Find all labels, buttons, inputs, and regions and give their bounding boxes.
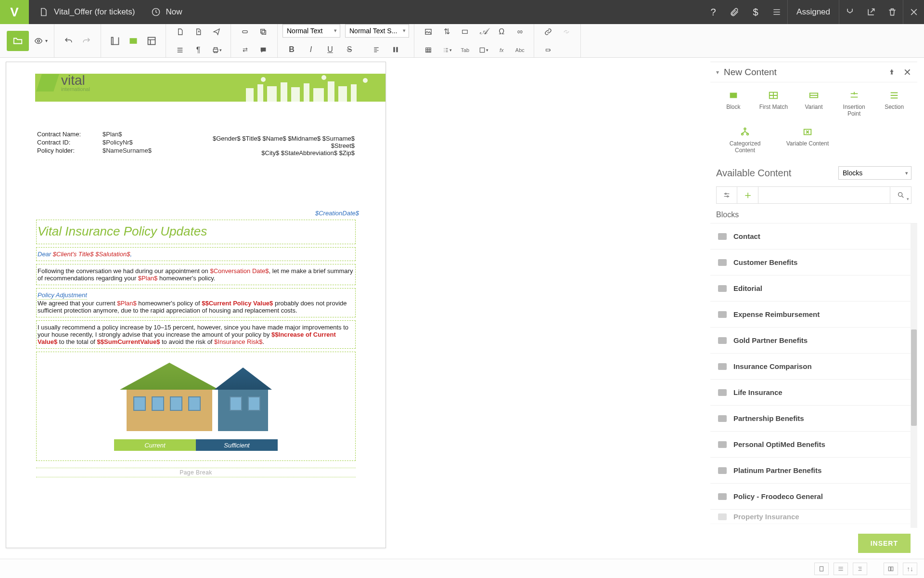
block-item[interactable]: Expense Reimbursement xyxy=(710,302,911,328)
attachment-button[interactable] xyxy=(724,0,745,24)
block-label: Partnership Benefits xyxy=(733,414,804,422)
adjustment-block[interactable]: Policy Adjustment We agreed that your cu… xyxy=(36,288,356,317)
send-button[interactable] xyxy=(207,24,226,40)
formula-button[interactable]: fx xyxy=(492,42,511,58)
cost-button[interactable]: $ xyxy=(745,0,766,24)
search-input[interactable] xyxy=(758,186,890,204)
indent-button[interactable]: ▾ xyxy=(474,42,492,58)
italic-button[interactable]: I xyxy=(302,41,320,58)
tab-button[interactable]: Tab xyxy=(456,42,474,58)
list-button[interactable]: ▾ xyxy=(437,42,456,58)
intro-block[interactable]: Following the conversation we had during… xyxy=(36,264,356,285)
title-block[interactable]: Vital Insurance Policy Updates xyxy=(36,220,356,244)
barcode-button[interactable] xyxy=(456,24,474,40)
block-item[interactable]: Gold Partner Benefits xyxy=(710,328,911,354)
recommendation-block[interactable]: I usually recommend a policy increase by… xyxy=(36,320,356,349)
export-button[interactable] xyxy=(189,24,207,40)
svg-rect-23 xyxy=(328,81,334,102)
gamepad-button[interactable] xyxy=(236,24,254,40)
translate-button[interactable]: ⇄ xyxy=(236,42,254,58)
scrollbar-track[interactable] xyxy=(911,223,917,528)
ruler-button[interactable] xyxy=(106,33,124,49)
svg-rect-8 xyxy=(262,30,266,34)
type-insertion-point[interactable]: Insertion Point xyxy=(835,88,873,119)
view-list-button[interactable] xyxy=(834,563,848,575)
view-split-button[interactable] xyxy=(884,563,898,575)
view-outline-button[interactable] xyxy=(853,563,867,575)
close-button[interactable] xyxy=(903,0,924,24)
redo-button[interactable] xyxy=(77,33,96,49)
open-external-button[interactable] xyxy=(860,0,882,24)
type-variable[interactable]: Variable Content xyxy=(783,125,832,156)
underline-button[interactable]: U xyxy=(321,41,339,58)
align-button[interactable] xyxy=(367,41,385,58)
block-item[interactable]: Personal OptiMed Benefits xyxy=(710,432,911,458)
close-panel-button[interactable]: ✕ xyxy=(903,66,911,78)
link-button[interactable] xyxy=(539,24,557,40)
bold-button[interactable]: B xyxy=(282,41,301,58)
pilcrow-button[interactable]: ¶ xyxy=(189,42,207,58)
save-button[interactable] xyxy=(7,31,29,51)
strike-button[interactable]: S xyxy=(340,41,359,58)
type-variant[interactable]: Variant xyxy=(795,88,833,119)
block-item[interactable]: Customer Benefits xyxy=(710,250,911,276)
available-content-title: Available Content xyxy=(716,168,791,179)
now-indicator[interactable]: Now xyxy=(151,7,182,17)
type-block[interactable]: Block xyxy=(714,88,753,119)
block-icon xyxy=(718,415,727,422)
block-item[interactable]: Policy - Froodeco General xyxy=(710,484,911,510)
assigned-status[interactable]: Assigned xyxy=(787,0,839,24)
type-first-match[interactable]: First Match xyxy=(755,88,793,119)
filter-button[interactable] xyxy=(716,186,737,204)
type-section[interactable]: Section xyxy=(875,88,913,119)
image-button[interactable] xyxy=(419,24,437,40)
svg-point-26 xyxy=(261,77,266,82)
workflow-button[interactable] xyxy=(839,0,860,24)
type-categorized[interactable]: Categorized Content xyxy=(721,125,769,156)
add-content-button[interactable]: ＋ xyxy=(737,186,758,204)
block-item[interactable]: Platinum Partner Benefits xyxy=(710,458,911,484)
help-button[interactable]: ? xyxy=(703,0,724,24)
symbol-button[interactable]: Ω xyxy=(492,24,511,40)
table-button[interactable] xyxy=(419,42,437,58)
unlink-button[interactable] xyxy=(557,24,576,40)
preview-button[interactable]: ▾ xyxy=(31,33,49,49)
columns-button[interactable] xyxy=(386,41,405,58)
menu-button[interactable] xyxy=(766,0,787,24)
undo-button[interactable] xyxy=(59,33,77,49)
view-sort-button[interactable]: ↑↓ xyxy=(903,563,917,575)
layout-button[interactable] xyxy=(142,33,161,49)
insert-button[interactable]: INSERT xyxy=(858,534,911,553)
stack-button[interactable] xyxy=(171,42,189,58)
print-button[interactable]: ▾ xyxy=(207,42,226,58)
copy-button[interactable] xyxy=(254,24,272,40)
pin-icon[interactable] xyxy=(888,68,896,76)
more-button[interactable]: ∞ xyxy=(511,24,529,40)
block-item[interactable]: Partnership Benefits xyxy=(710,406,911,432)
paragraph-style-select[interactable]: Normal Text xyxy=(282,24,340,38)
view-page-button[interactable] xyxy=(814,563,829,575)
image-block[interactable]: Current Sufficient xyxy=(36,352,356,461)
battery-button[interactable] xyxy=(539,42,557,58)
highlight-button[interactable] xyxy=(124,33,142,49)
salutation-block[interactable]: Dear $Client's Title$ $Salutation$, xyxy=(36,247,356,261)
signature-button[interactable]: 𝒜 xyxy=(474,24,492,40)
block-item[interactable]: Insurance Comparison xyxy=(710,354,911,380)
chart-button[interactable]: ⇅ xyxy=(437,24,456,40)
new-page-button[interactable] xyxy=(171,24,189,40)
comment-button[interactable] xyxy=(254,42,272,58)
app-logo[interactable]: V xyxy=(0,0,29,24)
document-page[interactable]: vital international Contract Name:$Plan$… xyxy=(6,62,386,548)
block-item[interactable]: Property Insurance xyxy=(710,510,911,524)
blocks-list: ContactCustomer BenefitsEditorialExpense… xyxy=(710,223,911,528)
scrollbar-thumb[interactable] xyxy=(911,329,917,426)
block-item[interactable]: Contact xyxy=(710,223,911,250)
search-button[interactable] xyxy=(890,186,911,204)
character-style-select[interactable]: Normal Text S... xyxy=(345,24,409,38)
block-item[interactable]: Life Insurance xyxy=(710,380,911,406)
delete-button[interactable] xyxy=(882,0,903,24)
content-type-select[interactable]: Blocks xyxy=(838,166,911,180)
block-item[interactable]: Editorial xyxy=(710,276,911,302)
spellcheck-button[interactable]: Abc xyxy=(511,42,529,58)
chevron-down-icon[interactable]: ▾ xyxy=(716,69,719,76)
